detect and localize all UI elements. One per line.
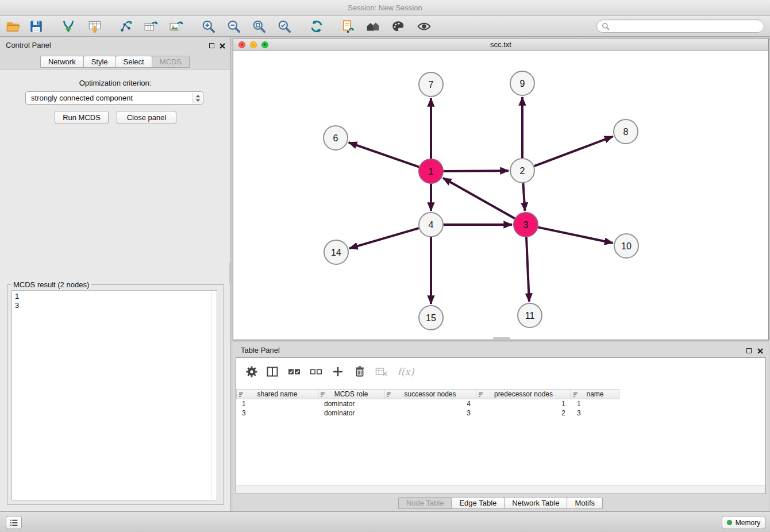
zoom-in-button[interactable]	[199, 17, 218, 36]
memory-button[interactable]: Memory	[722, 516, 765, 529]
table-panel-close-button[interactable]	[756, 347, 764, 354]
control-tab-style[interactable]: Style	[83, 56, 116, 68]
deselect-all-icon	[309, 365, 323, 379]
network-window-titlebar[interactable]: × – + scc.txt	[233, 38, 768, 51]
edge-3-to-1[interactable]	[443, 178, 515, 218]
window-zoom-button[interactable]: +	[261, 41, 268, 48]
edge-3-to-11[interactable]	[526, 237, 529, 302]
function-builder-button[interactable]: f(x)	[395, 364, 417, 379]
edge-1-to-6[interactable]	[349, 142, 419, 167]
window-close-button[interactable]: ×	[238, 41, 245, 48]
edge-1-to-2[interactable]	[444, 171, 509, 171]
task-history-button[interactable]	[6, 516, 22, 529]
search-box[interactable]	[596, 20, 764, 33]
node-8[interactable]	[614, 119, 638, 144]
delete-column-button[interactable]	[352, 364, 367, 379]
table-tab-network-table[interactable]: Network Table	[504, 497, 567, 509]
function-icon: f(x)	[397, 366, 414, 377]
edge-2-to-8[interactable]	[534, 137, 613, 167]
table-tab-edge-table[interactable]: Edge Table	[451, 497, 505, 509]
export-table-button[interactable]	[141, 17, 161, 36]
sort-icon	[479, 392, 484, 398]
column-header-name[interactable]: name	[571, 389, 619, 399]
export-table-icon	[144, 19, 159, 34]
node-9[interactable]	[510, 71, 534, 95]
control-tab-network[interactable]: Network	[40, 56, 84, 68]
gear-icon	[245, 365, 259, 379]
import-network-button[interactable]	[59, 17, 78, 36]
edge-4-to-14[interactable]	[349, 228, 419, 248]
node-7[interactable]	[419, 72, 443, 97]
node-4[interactable]	[419, 213, 443, 237]
table-tab-node-table[interactable]: Node Table	[398, 497, 452, 509]
network-canvas[interactable]: 7968124314101511	[233, 51, 768, 340]
deselect-all-columns-button[interactable]	[309, 364, 324, 379]
refresh-button[interactable]	[307, 17, 326, 36]
search-input[interactable]	[613, 22, 759, 30]
table-cell: 3	[236, 408, 318, 418]
node-14[interactable]	[324, 240, 348, 264]
zoom-fit-button[interactable]	[249, 17, 269, 36]
save-session-button[interactable]	[26, 17, 46, 36]
style-palette-button[interactable]	[388, 17, 408, 36]
export-network-icon	[118, 19, 133, 34]
select-all-columns-button[interactable]	[287, 364, 302, 379]
show-hide-button[interactable]	[414, 17, 434, 36]
column-header-predecessor-nodes[interactable]: predecessor nodes	[476, 389, 571, 399]
table-horizontal-scrollbar[interactable]	[236, 485, 765, 494]
columns-icon	[265, 365, 279, 379]
open-folder-icon	[6, 19, 21, 34]
mcds-result-list[interactable]: 13	[11, 290, 217, 500]
show-columns-button[interactable]	[265, 364, 280, 379]
table-panel-header: Table Panel	[233, 342, 769, 359]
column-header-MCDS-role[interactable]: MCDS role	[318, 389, 384, 399]
node-10[interactable]	[614, 234, 638, 258]
node-6[interactable]	[324, 126, 348, 150]
table-panel-title: Table Panel	[241, 342, 280, 359]
edge-3-to-10[interactable]	[538, 228, 613, 243]
column-header-successor-nodes[interactable]: successor nodes	[384, 389, 476, 399]
network-view[interactable]: 7968124314101511	[233, 51, 768, 340]
window-minimize-button[interactable]: –	[250, 41, 257, 48]
table-cell: 1	[236, 399, 318, 408]
table-panel-tabs: Node TableEdge TableNetwork TableMotifs	[233, 497, 769, 509]
node-11[interactable]	[518, 303, 542, 327]
zoom-selected-button[interactable]	[275, 17, 294, 36]
mcds-result-line: 3	[15, 301, 214, 310]
import-table-button[interactable]	[85, 17, 105, 36]
splitter-grip-vertical[interactable]	[229, 262, 232, 284]
home-button[interactable]	[363, 17, 383, 36]
delete-table-button[interactable]	[374, 364, 389, 379]
zoom-out-button[interactable]	[224, 17, 244, 36]
control-panel-float-button[interactable]	[208, 42, 215, 49]
table-row[interactable]: 1dominator411	[236, 399, 765, 408]
sort-icon	[387, 392, 392, 398]
control-tab-mcds[interactable]: MCDS	[152, 56, 190, 68]
table-tab-motifs[interactable]: Motifs	[567, 497, 603, 509]
export-network-button[interactable]	[116, 17, 136, 36]
float-icon	[746, 348, 752, 353]
run-mcds-button[interactable]: Run MCDS	[55, 111, 109, 124]
optimization-criterion-select[interactable]: strongly connected component	[25, 91, 203, 105]
splitter-grip-horizontal[interactable]	[493, 337, 510, 340]
open-session-button[interactable]	[3, 17, 23, 36]
close-panel-button[interactable]: Close panel	[117, 111, 176, 124]
clone-network-button[interactable]	[338, 17, 358, 36]
node-15[interactable]	[419, 306, 443, 330]
dropdown-stepper[interactable]	[192, 92, 202, 103]
table-settings-button[interactable]	[244, 364, 259, 379]
node-1[interactable]	[419, 159, 443, 183]
network-window: × – + scc.txt 7968124314101511	[233, 38, 769, 340]
control-tab-select[interactable]: Select	[116, 56, 152, 68]
column-header-shared-name[interactable]: shared name	[236, 389, 318, 399]
node-3[interactable]	[514, 213, 538, 237]
edge-2-to-3[interactable]	[523, 183, 525, 211]
table-panel-float-button[interactable]	[745, 347, 753, 354]
node-2[interactable]	[510, 159, 534, 183]
table-row[interactable]: 3dominator323	[236, 408, 765, 418]
control-panel-close-button[interactable]	[218, 42, 226, 49]
export-image-button[interactable]	[167, 17, 186, 36]
create-column-button[interactable]	[330, 364, 345, 379]
status-bar: Memory	[0, 511, 770, 532]
clone-network-icon	[341, 19, 356, 34]
